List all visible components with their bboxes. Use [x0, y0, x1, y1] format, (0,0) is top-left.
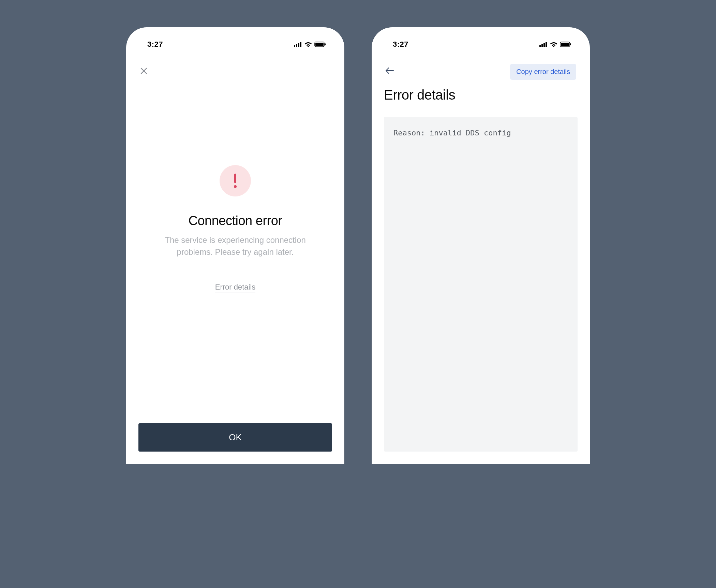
status-bar: 3:27: [138, 38, 332, 51]
svg-rect-11: [541, 44, 543, 47]
status-time: 3:27: [147, 40, 163, 49]
svg-rect-7: [325, 43, 326, 45]
exclamation-icon: [233, 173, 238, 189]
ok-button[interactable]: OK: [138, 423, 332, 452]
wifi-icon: [304, 42, 312, 47]
svg-rect-0: [294, 45, 295, 47]
phone-screen-details: 3:27 Copy error details Error details Re…: [372, 27, 590, 464]
page-title: Error details: [384, 87, 578, 103]
error-icon: [220, 165, 251, 196]
svg-rect-8: [234, 174, 236, 183]
svg-rect-16: [561, 43, 569, 46]
status-bar: 3:27: [384, 38, 578, 51]
error-code-block: Reason: invalid DDS config: [384, 117, 578, 452]
svg-rect-10: [539, 45, 541, 47]
header-row: [138, 63, 332, 80]
cellular-icon: [294, 42, 302, 47]
error-title: Connection error: [188, 214, 282, 228]
close-icon[interactable]: [140, 67, 149, 76]
battery-icon: [314, 42, 326, 47]
header-row: Copy error details: [384, 63, 578, 80]
battery-icon: [560, 42, 571, 47]
error-message: The service is experiencing connection p…: [147, 234, 324, 258]
phone-screen-error: 3:27 Connection error The service is exp…: [126, 27, 344, 464]
svg-rect-13: [546, 42, 547, 47]
svg-point-4: [308, 46, 309, 47]
svg-rect-12: [543, 43, 545, 47]
svg-rect-2: [298, 43, 299, 47]
status-time: 3:27: [393, 40, 408, 49]
wifi-icon: [550, 42, 557, 47]
copy-error-button[interactable]: Copy error details: [510, 64, 576, 80]
cellular-icon: [539, 42, 548, 47]
svg-rect-6: [315, 43, 324, 46]
error-details-link[interactable]: Error details: [215, 283, 256, 293]
svg-rect-17: [570, 43, 571, 45]
status-icons: [539, 42, 571, 47]
svg-rect-1: [296, 44, 297, 47]
svg-point-9: [234, 185, 237, 188]
error-content: Connection error The service is experien…: [138, 80, 332, 423]
back-icon[interactable]: [385, 67, 395, 76]
svg-point-14: [553, 46, 554, 47]
status-icons: [294, 42, 326, 47]
svg-rect-3: [300, 42, 301, 47]
